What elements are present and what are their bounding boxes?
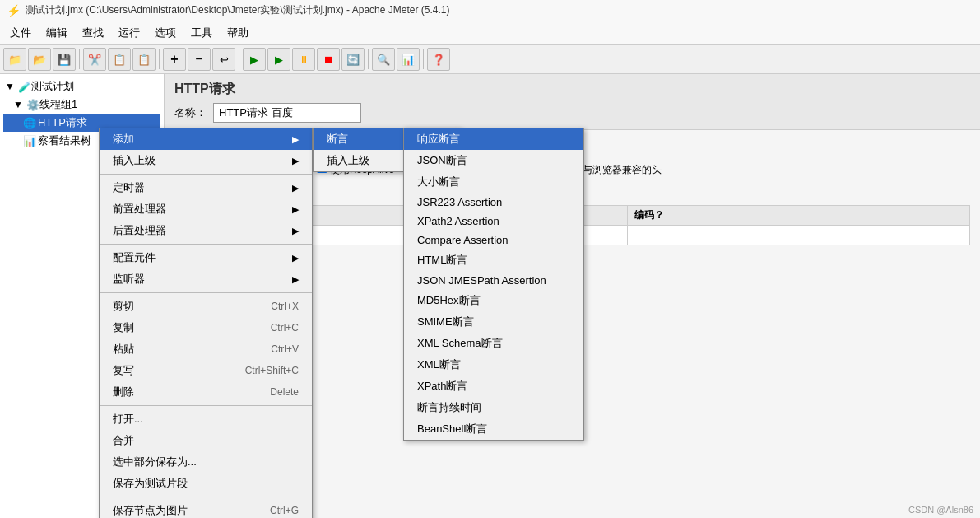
ctx-delete[interactable]: 删除 Delete (100, 381, 312, 403)
ctx-add[interactable]: 添加 ▶ (100, 128, 312, 150)
assert-xpath[interactable]: XPath断言 (404, 376, 583, 397)
ctx-config[interactable]: 配置元件 ▶ (100, 247, 312, 268)
ctx-listener[interactable]: 监听器 ▶ (100, 268, 312, 290)
assert-jsr223[interactable]: JSR223 Assertion (404, 193, 583, 212)
ctx-sep3 (100, 292, 312, 293)
ctx-add-arrow: ▶ (292, 134, 299, 145)
assert-xmlschema[interactable]: XML Schema断言 (404, 333, 583, 354)
assert-xml[interactable]: XML断言 (404, 354, 583, 376)
assertion-submenu: 响应断言 JSON断言 大小断言 JSR223 Assertion XPath2… (403, 128, 584, 441)
ctx-sep4 (100, 405, 312, 406)
main-context-menu: 添加 ▶ 插入上级 ▶ 定时器 ▶ 前置处理器 ▶ 后置处理器 ▶ 配置元件 ▶… (99, 128, 313, 518)
ctx-paste[interactable]: 粘贴 Ctrl+V (100, 338, 312, 360)
ctx-preprocessor[interactable]: 前置处理器 ▶ (100, 198, 312, 220)
ctx-open[interactable]: 打开... (100, 408, 312, 430)
assert-size[interactable]: 大小断言 (404, 171, 583, 193)
assert-md5hex[interactable]: MD5Hex断言 (404, 290, 583, 311)
ctx-saveimage[interactable]: 保存节点为图片 Ctrl+G (100, 500, 312, 518)
assert-xpath2[interactable]: XPath2 Assertion (404, 212, 583, 231)
ctx-timer[interactable]: 定时器 ▶ (100, 177, 312, 198)
assert-response[interactable]: 响应断言 (404, 128, 583, 150)
assert-json[interactable]: JSON断言 (404, 150, 583, 171)
ctx-merge[interactable]: 合并 (100, 430, 312, 451)
ctx-sep5 (100, 497, 312, 497)
ctx-copy[interactable]: 复制 Ctrl+C (100, 317, 312, 338)
assert-compare[interactable]: Compare Assertion (404, 231, 583, 250)
ctx-sep2 (100, 244, 312, 245)
ctx-sep1 (100, 174, 312, 175)
assert-html[interactable]: HTML断言 (404, 250, 583, 271)
ctx-cut[interactable]: 剪切 Ctrl+X (100, 296, 312, 317)
overlay: 添加 ▶ 插入上级 ▶ 定时器 ▶ 前置处理器 ▶ 后置处理器 ▶ 配置元件 ▶… (0, 0, 980, 518)
ctx-savefragment[interactable]: 保存为测试片段 (100, 473, 312, 494)
ctx-saveas[interactable]: 选中部分保存为... (100, 451, 312, 473)
ctx-insert-parent[interactable]: 插入上级 ▶ (100, 150, 312, 171)
ctx-duplicate[interactable]: 复写 Ctrl+Shift+C (100, 360, 312, 381)
assert-beanshell[interactable]: BeanShell断言 (404, 418, 583, 440)
ctx-insert-arrow: ▶ (292, 156, 299, 166)
ctx-postprocessor[interactable]: 后置处理器 ▶ (100, 220, 312, 241)
assert-duration[interactable]: 断言持续时间 (404, 397, 583, 418)
assert-jmespath[interactable]: JSON JMESPath Assertion (404, 271, 583, 290)
assert-smime[interactable]: SMIME断言 (404, 311, 583, 333)
